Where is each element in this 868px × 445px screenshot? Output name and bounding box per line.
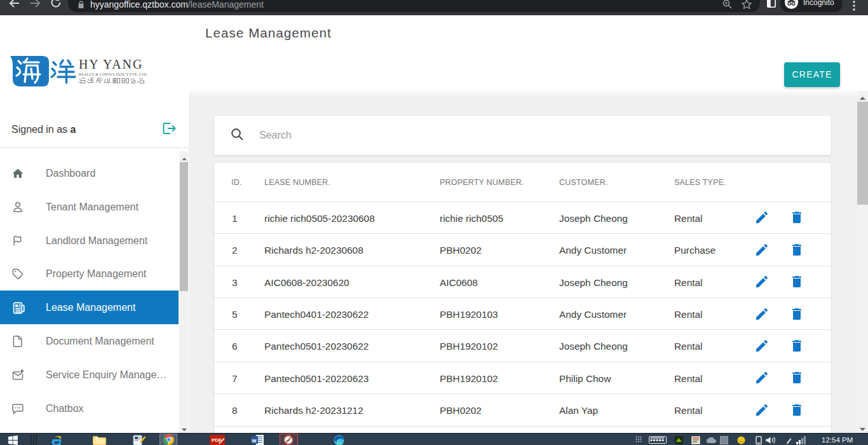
svg-text:HY YANG: HY YANG <box>79 57 143 71</box>
svg-text:REALTY & CONSULTANCY PTE. LTD.: REALTY & CONSULTANCY PTE. LTD. <box>79 72 148 76</box>
svg-text:w: w <box>252 437 257 444</box>
